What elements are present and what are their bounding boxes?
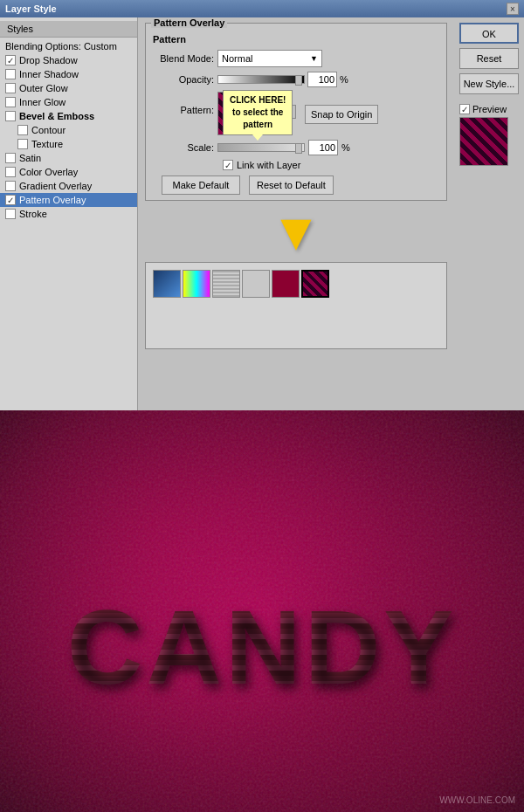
color-overlay-checkbox[interactable] bbox=[5, 167, 16, 177]
drop-shadow-label: Drop Shadow bbox=[19, 55, 78, 65]
tooltip-container: CLICK HERE! to select the pattern bbox=[223, 90, 293, 135]
scale-label: Scale: bbox=[153, 142, 214, 153]
new-style-button[interactable]: New Style... bbox=[459, 73, 519, 94]
snap-to-origin-btn[interactable]: Snap to Origin bbox=[305, 105, 378, 124]
outer-glow-checkbox[interactable] bbox=[5, 83, 16, 93]
pattern-overlay-label: Pattern Overlay bbox=[19, 195, 86, 205]
bevel-emboss-label: Bevel & Emboss bbox=[19, 111, 94, 121]
layer-item-gradient-overlay[interactable]: Gradient Overlay bbox=[0, 179, 137, 193]
opacity-label: Opacity: bbox=[153, 74, 214, 85]
preview-thumbnail bbox=[459, 117, 508, 166]
candy-text: CANDY bbox=[67, 587, 458, 707]
inner-glow-checkbox[interactable] bbox=[5, 97, 16, 107]
inner-glow-label: Inner Glow bbox=[19, 97, 66, 107]
layer-item-contour[interactable]: Contour bbox=[0, 123, 137, 137]
opacity-row: Opacity: 100 % bbox=[153, 72, 439, 87]
swatch-blue[interactable] bbox=[153, 270, 181, 298]
blend-mode-value: Normal bbox=[222, 53, 252, 64]
opacity-slider[interactable] bbox=[217, 75, 305, 84]
tooltip-line2: to select the bbox=[230, 107, 286, 119]
left-panel: Styles Blending Options: Custom ✓ Drop S… bbox=[0, 17, 138, 410]
scale-slider-thumb[interactable] bbox=[295, 143, 302, 154]
opacity-slider-container: 100 % bbox=[217, 72, 348, 87]
stroke-checkbox[interactable] bbox=[5, 209, 16, 219]
preview-text: Preview bbox=[472, 104, 507, 114]
side-buttons: OK Reset New Style... ✓ Preview bbox=[454, 17, 524, 410]
opacity-slider-thumb[interactable] bbox=[295, 75, 302, 86]
pattern-overlay-checkbox[interactable]: ✓ bbox=[5, 195, 16, 205]
stroke-label: Stroke bbox=[19, 209, 47, 219]
satin-checkbox[interactable] bbox=[5, 153, 16, 163]
canvas-area: CANDY WWW.OLINE.COM bbox=[0, 410, 524, 812]
swatch-striped[interactable] bbox=[301, 270, 329, 298]
layer-item-texture[interactable]: Texture bbox=[0, 137, 137, 151]
layer-item-outer-glow[interactable]: Outer Glow bbox=[0, 81, 137, 95]
satin-label: Satin bbox=[19, 153, 41, 163]
reset-button[interactable]: Reset bbox=[459, 48, 519, 69]
tooltip-line1: CLICK HERE! bbox=[230, 94, 286, 107]
tooltip-bubble: CLICK HERE! to select the pattern bbox=[223, 90, 293, 135]
opacity-value-field[interactable]: 100 bbox=[307, 72, 337, 87]
down-arrow-icon: ▼ bbox=[270, 206, 321, 258]
pattern-swatches-grid bbox=[153, 270, 439, 298]
blend-mode-select[interactable]: Normal ▼ bbox=[217, 50, 322, 67]
pattern-inner-title: Pattern bbox=[153, 34, 439, 45]
swatch-gray[interactable] bbox=[212, 270, 240, 298]
styles-header[interactable]: Styles bbox=[0, 21, 137, 38]
texture-label: Texture bbox=[31, 139, 63, 149]
scale-value: 100 bbox=[320, 142, 335, 153]
inner-shadow-checkbox[interactable] bbox=[5, 69, 16, 79]
swatch-lightgray[interactable] bbox=[242, 270, 270, 298]
outer-glow-label: Outer Glow bbox=[19, 83, 68, 93]
layer-item-satin[interactable]: Satin bbox=[0, 151, 137, 165]
layer-item-inner-shadow[interactable]: Inner Shadow bbox=[0, 67, 137, 81]
blend-mode-arrow-icon: ▼ bbox=[310, 54, 318, 63]
preview-checkbox[interactable]: ✓ bbox=[459, 104, 470, 114]
pattern-label: Pattern: bbox=[153, 105, 214, 115]
pattern-overlay-group: Pattern Overlay Pattern Blend Mode: Norm… bbox=[145, 23, 447, 201]
color-overlay-label: Color Overlay bbox=[19, 167, 78, 177]
main-dialog: Styles Blending Options: Custom ✓ Drop S… bbox=[0, 17, 524, 410]
scale-row: Scale: 100 % bbox=[153, 140, 439, 155]
gradient-overlay-label: Gradient Overlay bbox=[19, 181, 92, 191]
blend-mode-row: Blend Mode: Normal ▼ bbox=[153, 50, 439, 67]
layer-item-stroke[interactable]: Stroke bbox=[0, 207, 137, 221]
reset-default-btn[interactable]: Reset to Default bbox=[249, 175, 334, 195]
link-label: Link with Layer bbox=[237, 160, 300, 170]
swatch-rainbow[interactable] bbox=[183, 270, 210, 298]
drop-shadow-checkbox[interactable]: ✓ bbox=[5, 55, 16, 65]
ok-button[interactable]: OK bbox=[459, 23, 519, 44]
link-checkbox[interactable]: ✓ bbox=[223, 160, 233, 170]
blend-mode-label: Blend Mode: bbox=[153, 53, 214, 64]
make-default-btn[interactable]: Make Default bbox=[162, 175, 240, 195]
scale-value-field[interactable]: 100 bbox=[308, 140, 338, 155]
texture-checkbox[interactable] bbox=[17, 139, 28, 149]
swatch-darkred[interactable] bbox=[272, 270, 300, 298]
scale-percent: % bbox=[341, 142, 350, 153]
tooltip-arrow-icon bbox=[252, 134, 263, 141]
arrow-container: ▼ bbox=[145, 206, 447, 258]
close-button[interactable]: × bbox=[507, 3, 519, 15]
preview-section: ✓ Preview bbox=[459, 104, 519, 166]
contour-checkbox[interactable] bbox=[17, 125, 28, 135]
inner-shadow-label: Inner Shadow bbox=[19, 69, 79, 79]
bevel-emboss-checkbox[interactable] bbox=[5, 111, 16, 121]
layer-item-color-overlay[interactable]: Color Overlay bbox=[0, 165, 137, 179]
opacity-percent: % bbox=[340, 74, 348, 85]
layer-item-pattern-overlay[interactable]: ✓ Pattern Overlay bbox=[0, 193, 137, 207]
action-buttons-row: Make Default Reset to Default bbox=[153, 175, 439, 195]
blending-options-item[interactable]: Blending Options: Custom bbox=[0, 39, 137, 53]
pattern-overlay-group-title: Pattern Overlay bbox=[151, 17, 227, 28]
layer-item-inner-glow[interactable]: Inner Glow bbox=[0, 95, 137, 109]
watermark: WWW.OLINE.COM bbox=[439, 795, 515, 805]
pattern-picker[interactable] bbox=[145, 262, 447, 349]
link-row: ✓ Link with Layer bbox=[153, 160, 439, 170]
pattern-row: Pattern: ▼ ⊞ Snap to Origin CLI bbox=[153, 92, 439, 135]
scale-slider[interactable] bbox=[217, 143, 305, 152]
layer-item-bevel-emboss[interactable]: Bevel & Emboss bbox=[0, 109, 137, 123]
picker-empty-space bbox=[153, 298, 439, 341]
gradient-overlay-checkbox[interactable] bbox=[5, 181, 16, 191]
layer-item-drop-shadow[interactable]: ✓ Drop Shadow bbox=[0, 53, 137, 67]
dialog-title: Layer Style bbox=[5, 3, 57, 14]
opacity-value: 100 bbox=[319, 74, 334, 85]
